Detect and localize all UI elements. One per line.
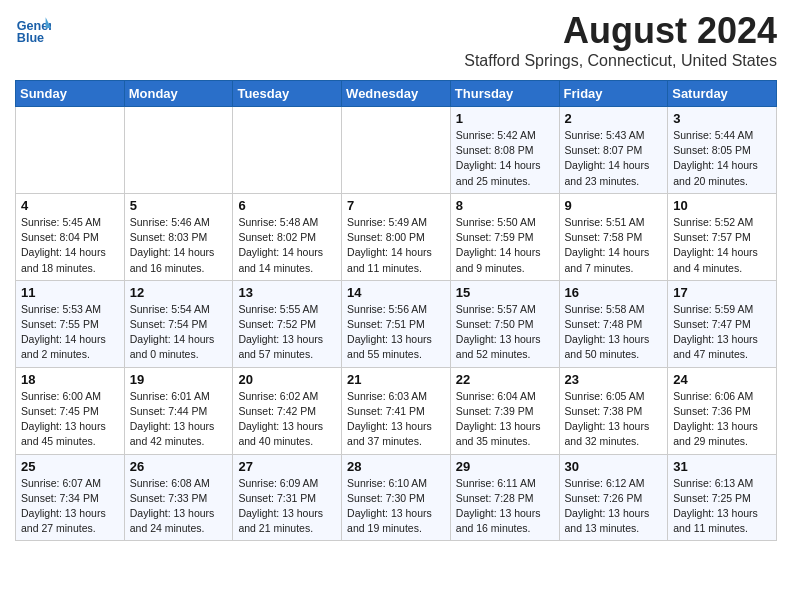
day-number: 15 <box>456 285 554 300</box>
day-info: Sunrise: 5:56 AM Sunset: 7:51 PM Dayligh… <box>347 302 445 363</box>
calendar-cell <box>124 107 233 194</box>
day-number: 1 <box>456 111 554 126</box>
day-number: 5 <box>130 198 228 213</box>
calendar-cell: 12Sunrise: 5:54 AM Sunset: 7:54 PM Dayli… <box>124 280 233 367</box>
weekday-header-saturday: Saturday <box>668 81 777 107</box>
day-number: 17 <box>673 285 771 300</box>
calendar-cell: 17Sunrise: 5:59 AM Sunset: 7:47 PM Dayli… <box>668 280 777 367</box>
day-info: Sunrise: 6:07 AM Sunset: 7:34 PM Dayligh… <box>21 476 119 537</box>
day-info: Sunrise: 5:55 AM Sunset: 7:52 PM Dayligh… <box>238 302 336 363</box>
day-number: 26 <box>130 459 228 474</box>
day-number: 20 <box>238 372 336 387</box>
day-number: 13 <box>238 285 336 300</box>
day-number: 27 <box>238 459 336 474</box>
calendar-cell: 7Sunrise: 5:49 AM Sunset: 8:00 PM Daylig… <box>342 193 451 280</box>
day-info: Sunrise: 6:12 AM Sunset: 7:26 PM Dayligh… <box>565 476 663 537</box>
day-info: Sunrise: 6:08 AM Sunset: 7:33 PM Dayligh… <box>130 476 228 537</box>
day-info: Sunrise: 6:02 AM Sunset: 7:42 PM Dayligh… <box>238 389 336 450</box>
day-info: Sunrise: 6:06 AM Sunset: 7:36 PM Dayligh… <box>673 389 771 450</box>
day-info: Sunrise: 5:57 AM Sunset: 7:50 PM Dayligh… <box>456 302 554 363</box>
calendar-cell: 25Sunrise: 6:07 AM Sunset: 7:34 PM Dayli… <box>16 454 125 541</box>
day-number: 12 <box>130 285 228 300</box>
calendar-week-1: 1Sunrise: 5:42 AM Sunset: 8:08 PM Daylig… <box>16 107 777 194</box>
calendar-cell: 22Sunrise: 6:04 AM Sunset: 7:39 PM Dayli… <box>450 367 559 454</box>
day-info: Sunrise: 6:04 AM Sunset: 7:39 PM Dayligh… <box>456 389 554 450</box>
day-info: Sunrise: 5:52 AM Sunset: 7:57 PM Dayligh… <box>673 215 771 276</box>
weekday-header-friday: Friday <box>559 81 668 107</box>
day-number: 24 <box>673 372 771 387</box>
day-info: Sunrise: 5:45 AM Sunset: 8:04 PM Dayligh… <box>21 215 119 276</box>
day-number: 18 <box>21 372 119 387</box>
calendar-table: SundayMondayTuesdayWednesdayThursdayFrid… <box>15 80 777 541</box>
day-info: Sunrise: 6:03 AM Sunset: 7:41 PM Dayligh… <box>347 389 445 450</box>
day-info: Sunrise: 5:53 AM Sunset: 7:55 PM Dayligh… <box>21 302 119 363</box>
day-number: 21 <box>347 372 445 387</box>
day-number: 23 <box>565 372 663 387</box>
calendar-header: SundayMondayTuesdayWednesdayThursdayFrid… <box>16 81 777 107</box>
calendar-cell: 3Sunrise: 5:44 AM Sunset: 8:05 PM Daylig… <box>668 107 777 194</box>
day-info: Sunrise: 6:01 AM Sunset: 7:44 PM Dayligh… <box>130 389 228 450</box>
calendar-body: 1Sunrise: 5:42 AM Sunset: 8:08 PM Daylig… <box>16 107 777 541</box>
day-info: Sunrise: 5:59 AM Sunset: 7:47 PM Dayligh… <box>673 302 771 363</box>
day-info: Sunrise: 5:49 AM Sunset: 8:00 PM Dayligh… <box>347 215 445 276</box>
day-number: 7 <box>347 198 445 213</box>
day-number: 14 <box>347 285 445 300</box>
calendar-cell: 13Sunrise: 5:55 AM Sunset: 7:52 PM Dayli… <box>233 280 342 367</box>
calendar-cell: 4Sunrise: 5:45 AM Sunset: 8:04 PM Daylig… <box>16 193 125 280</box>
calendar-cell: 1Sunrise: 5:42 AM Sunset: 8:08 PM Daylig… <box>450 107 559 194</box>
day-info: Sunrise: 5:44 AM Sunset: 8:05 PM Dayligh… <box>673 128 771 189</box>
calendar-cell <box>16 107 125 194</box>
calendar-cell <box>233 107 342 194</box>
day-number: 10 <box>673 198 771 213</box>
calendar-cell: 27Sunrise: 6:09 AM Sunset: 7:31 PM Dayli… <box>233 454 342 541</box>
calendar-week-2: 4Sunrise: 5:45 AM Sunset: 8:04 PM Daylig… <box>16 193 777 280</box>
day-number: 19 <box>130 372 228 387</box>
day-number: 29 <box>456 459 554 474</box>
weekday-header-thursday: Thursday <box>450 81 559 107</box>
day-number: 3 <box>673 111 771 126</box>
day-number: 25 <box>21 459 119 474</box>
calendar-week-4: 18Sunrise: 6:00 AM Sunset: 7:45 PM Dayli… <box>16 367 777 454</box>
day-number: 6 <box>238 198 336 213</box>
weekday-header-sunday: Sunday <box>16 81 125 107</box>
day-info: Sunrise: 5:46 AM Sunset: 8:03 PM Dayligh… <box>130 215 228 276</box>
day-info: Sunrise: 5:48 AM Sunset: 8:02 PM Dayligh… <box>238 215 336 276</box>
day-number: 8 <box>456 198 554 213</box>
month-title: August 2024 <box>464 10 777 52</box>
calendar-cell: 14Sunrise: 5:56 AM Sunset: 7:51 PM Dayli… <box>342 280 451 367</box>
calendar-cell: 23Sunrise: 6:05 AM Sunset: 7:38 PM Dayli… <box>559 367 668 454</box>
day-info: Sunrise: 5:43 AM Sunset: 8:07 PM Dayligh… <box>565 128 663 189</box>
day-info: Sunrise: 5:50 AM Sunset: 7:59 PM Dayligh… <box>456 215 554 276</box>
calendar-cell: 10Sunrise: 5:52 AM Sunset: 7:57 PM Dayli… <box>668 193 777 280</box>
calendar-cell: 15Sunrise: 5:57 AM Sunset: 7:50 PM Dayli… <box>450 280 559 367</box>
day-number: 16 <box>565 285 663 300</box>
calendar-cell: 30Sunrise: 6:12 AM Sunset: 7:26 PM Dayli… <box>559 454 668 541</box>
svg-text:Blue: Blue <box>17 31 44 45</box>
day-number: 9 <box>565 198 663 213</box>
weekday-header-wednesday: Wednesday <box>342 81 451 107</box>
day-number: 11 <box>21 285 119 300</box>
calendar-cell <box>342 107 451 194</box>
day-number: 28 <box>347 459 445 474</box>
calendar-cell: 9Sunrise: 5:51 AM Sunset: 7:58 PM Daylig… <box>559 193 668 280</box>
calendar-cell: 2Sunrise: 5:43 AM Sunset: 8:07 PM Daylig… <box>559 107 668 194</box>
calendar-cell: 19Sunrise: 6:01 AM Sunset: 7:44 PM Dayli… <box>124 367 233 454</box>
day-number: 4 <box>21 198 119 213</box>
calendar-cell: 31Sunrise: 6:13 AM Sunset: 7:25 PM Dayli… <box>668 454 777 541</box>
page-header: General Blue August 2024 Stafford Spring… <box>15 10 777 76</box>
calendar-cell: 28Sunrise: 6:10 AM Sunset: 7:30 PM Dayli… <box>342 454 451 541</box>
calendar-cell: 20Sunrise: 6:02 AM Sunset: 7:42 PM Dayli… <box>233 367 342 454</box>
calendar-cell: 6Sunrise: 5:48 AM Sunset: 8:02 PM Daylig… <box>233 193 342 280</box>
logo-icon: General Blue <box>15 10 51 46</box>
day-info: Sunrise: 6:05 AM Sunset: 7:38 PM Dayligh… <box>565 389 663 450</box>
calendar-cell: 16Sunrise: 5:58 AM Sunset: 7:48 PM Dayli… <box>559 280 668 367</box>
calendar-cell: 24Sunrise: 6:06 AM Sunset: 7:36 PM Dayli… <box>668 367 777 454</box>
title-block: August 2024 Stafford Springs, Connecticu… <box>464 10 777 76</box>
weekday-header-tuesday: Tuesday <box>233 81 342 107</box>
day-number: 30 <box>565 459 663 474</box>
day-info: Sunrise: 5:54 AM Sunset: 7:54 PM Dayligh… <box>130 302 228 363</box>
day-number: 31 <box>673 459 771 474</box>
day-info: Sunrise: 6:11 AM Sunset: 7:28 PM Dayligh… <box>456 476 554 537</box>
weekday-row: SundayMondayTuesdayWednesdayThursdayFrid… <box>16 81 777 107</box>
calendar-cell: 11Sunrise: 5:53 AM Sunset: 7:55 PM Dayli… <box>16 280 125 367</box>
